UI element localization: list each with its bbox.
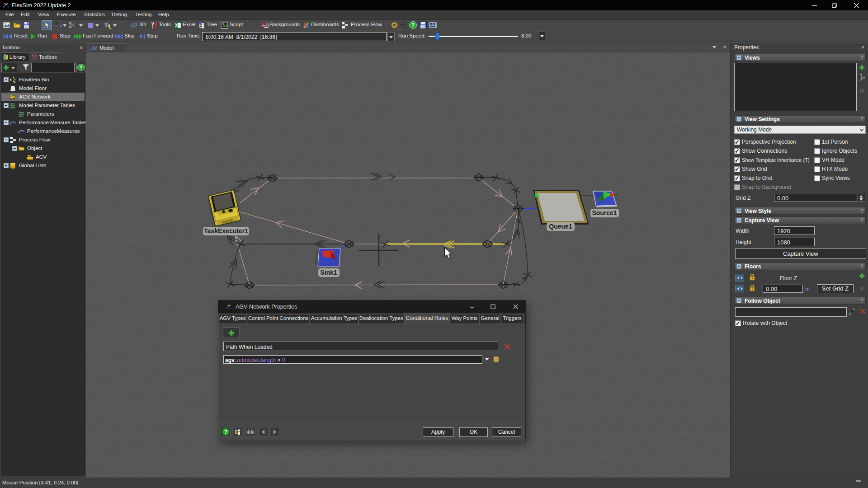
svg-text:?: ? <box>80 65 83 70</box>
svg-text:ab: ab <box>862 76 865 79</box>
svg-text:?: ? <box>224 429 227 435</box>
svg-text:?: ? <box>411 22 415 28</box>
